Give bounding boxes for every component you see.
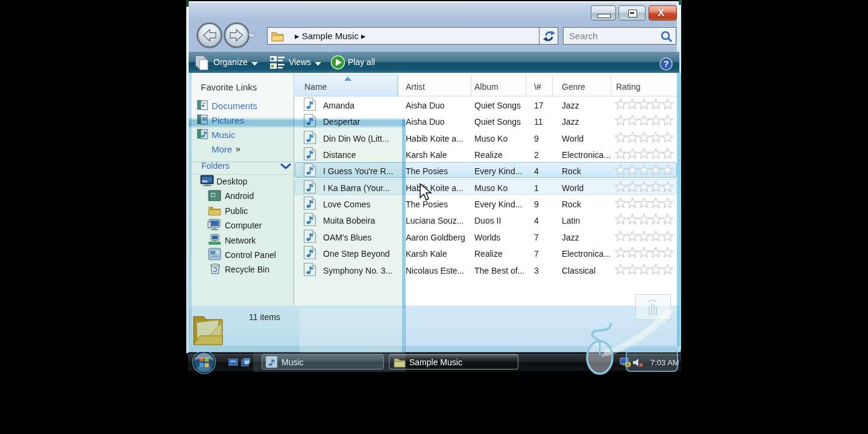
svg-text:?: ? <box>663 58 668 69</box>
